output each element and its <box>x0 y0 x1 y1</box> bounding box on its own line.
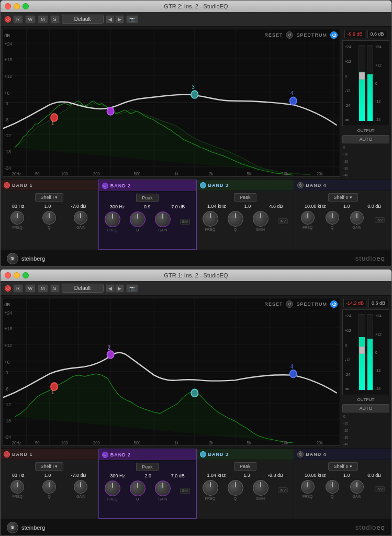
band3-power-2[interactable]: ⏻ <box>200 451 206 457</box>
svg-text:500: 500 <box>133 440 140 445</box>
band-1-2: ⏻ BAND 1 Shelf I ▾ 83 Hz 1.0 <box>1 449 98 519</box>
band1-header-2: ⏻ BAND 1 <box>1 449 98 460</box>
preset-next-2[interactable]: ▶ <box>115 284 124 293</box>
eq-curve-2[interactable]: +24 +18 +12 +6 0 -6 -12 -18 -24 dB <box>3 298 340 445</box>
band2-q-knob-1[interactable] <box>130 211 145 227</box>
band4-gain-knob-1[interactable] <box>350 211 364 225</box>
band4-q-knob-1[interactable] <box>326 211 339 225</box>
maximize-button-1[interactable] <box>23 3 29 9</box>
reset-btn-2[interactable]: RESET <box>264 302 283 307</box>
spectrum-power-2[interactable]: ⏻ <box>330 300 338 308</box>
band2-power-2[interactable]: ⏻ <box>102 452 108 458</box>
svg-text:50: 50 <box>35 440 40 445</box>
preset-next-1[interactable]: ▶ <box>115 15 124 24</box>
toolbar-btn-m2[interactable]: M <box>38 284 48 293</box>
band2-header-2: ⏻ BAND 2 <box>99 449 196 461</box>
band3-type-btn-2[interactable]: Peak <box>234 462 256 471</box>
band2-q-knob-2[interactable] <box>130 481 145 496</box>
toolbar-btn-r[interactable]: R <box>13 15 23 24</box>
eq-display-1[interactable]: RESET ↺ SPECTRUM ⏻ <box>3 29 340 177</box>
band3-inv-btn-2[interactable]: INV <box>278 487 288 493</box>
preset-prev-2[interactable]: ◀ <box>106 284 115 293</box>
auto-btn-1[interactable]: AUTO <box>342 135 389 143</box>
reset-icon-1[interactable]: ↺ <box>286 31 293 39</box>
preset-selector-1[interactable]: Default <box>62 15 104 24</box>
window-title-2: GTR 1: Ins. 2 - StudioEQ <box>5 272 387 278</box>
band3-gain-knob-1[interactable] <box>253 211 268 227</box>
eq-curve-1[interactable]: +24 +18 +12 +6 0 -6 -12 -18 -24 dB <box>3 29 340 176</box>
meter-fader-1[interactable] <box>359 72 365 80</box>
toolbar-camera-1[interactable]: 📷 <box>126 15 138 24</box>
band3-inv-btn-1[interactable]: INV <box>278 218 288 224</box>
band2-gain-knob-1[interactable] <box>155 211 171 227</box>
close-button-1[interactable] <box>5 3 11 9</box>
toolbar-btn-s2[interactable]: S <box>50 284 60 293</box>
band4-power-2[interactable]: ⏻ <box>297 451 304 457</box>
preset-prev-1[interactable]: ◀ <box>106 15 115 24</box>
svg-text:+12: +12 <box>4 342 12 348</box>
band2-freq-knob-2[interactable] <box>105 481 120 496</box>
band1-freq-knob-2[interactable] <box>10 480 24 494</box>
band4-freq-knob-1[interactable] <box>301 211 315 225</box>
reset-btn-1[interactable]: RESET <box>264 32 283 38</box>
plugin-power-1[interactable]: ⏻ <box>5 16 11 23</box>
db-readout-output-1: 0.6 dB <box>367 30 387 38</box>
band2-gain-knob-2[interactable] <box>155 481 171 496</box>
band1-power-1[interactable]: ⏻ <box>4 182 10 188</box>
spectrum-power-1[interactable]: ⏻ <box>330 31 338 39</box>
band4-gain-knob-2[interactable] <box>350 480 364 494</box>
band4-inv-btn-2[interactable]: INV <box>375 486 385 492</box>
preset-selector-2[interactable]: Default <box>62 284 104 293</box>
band1-power-2[interactable]: ⏻ <box>4 451 10 457</box>
minimize-button-1[interactable] <box>14 3 20 9</box>
spectrum-btn-2[interactable]: SPECTRUM <box>296 302 327 307</box>
band1-label-2: BAND 1 <box>12 452 33 457</box>
band1-q-knob-2[interactable] <box>42 480 56 494</box>
plugin-power-2[interactable]: ⏻ <box>5 285 11 292</box>
band1-q-knob-1[interactable] <box>42 211 56 225</box>
band3-q-knob-2[interactable] <box>228 480 243 496</box>
toolbar-camera-2[interactable]: 📷 <box>126 284 138 293</box>
band1-freq-knob-1[interactable] <box>10 211 24 225</box>
reset-icon-2[interactable]: ↺ <box>286 300 293 308</box>
band2-freq-knob-1[interactable] <box>105 211 120 227</box>
toolbar-btn-m[interactable]: M <box>38 15 48 24</box>
auto-btn-2[interactable]: AUTO <box>342 404 389 412</box>
svg-text:-12: -12 <box>4 133 11 138</box>
band3-q-knob-1[interactable] <box>228 211 243 227</box>
band4-power-1[interactable]: ⏻ <box>297 182 304 188</box>
band2-type-btn-1[interactable]: Peak <box>136 194 159 202</box>
band2-type-btn-2[interactable]: Peak <box>136 463 159 471</box>
meter-scale-left-2: +24+120-12-24 dB <box>345 312 356 393</box>
band2-inv-btn-2[interactable]: INV <box>180 488 191 494</box>
band4-q-knob-2[interactable] <box>326 480 339 494</box>
toolbar-btn-w2[interactable]: W <box>25 284 36 293</box>
eq-display-2[interactable]: RESET ↺ SPECTRUM ⏻ <box>3 298 340 446</box>
spectrum-btn-1[interactable]: SPECTRUM <box>296 32 327 38</box>
band4-type-btn-1[interactable]: Shelf II ▾ <box>328 193 358 202</box>
band2-inv-btn-1[interactable]: INV <box>180 219 191 225</box>
svg-point-34 <box>290 97 297 105</box>
maximize-button-2[interactable] <box>23 272 29 278</box>
band4-inv-btn-1[interactable]: INV <box>375 217 385 223</box>
band1-q-val: 1.0 <box>44 204 51 209</box>
band4-type-btn-2[interactable]: Shelf II ▾ <box>328 462 358 471</box>
band1-type-btn-2[interactable]: Shelf I ▾ <box>35 462 64 471</box>
toolbar-btn-s[interactable]: S <box>50 15 60 24</box>
svg-text:500: 500 <box>133 171 140 176</box>
band3-power-1[interactable]: ⏻ <box>200 182 206 188</box>
band1-type-btn-1[interactable]: Shelf I ▾ <box>35 193 64 202</box>
band2-power-1[interactable]: ⏻ <box>102 183 108 189</box>
band1-gain-knob-2[interactable] <box>74 480 87 494</box>
minimize-button-2[interactable] <box>14 272 20 278</box>
band3-gain-knob-2[interactable] <box>253 480 268 496</box>
toolbar-btn-w[interactable]: W <box>25 15 36 24</box>
band4-freq-knob-2[interactable] <box>301 480 315 494</box>
band3-freq-knob-2[interactable] <box>203 480 218 496</box>
toolbar-btn-r2[interactable]: R <box>13 284 23 293</box>
meter-fader-2[interactable] <box>359 347 365 354</box>
band3-type-btn-1[interactable]: Peak <box>234 193 256 202</box>
band3-freq-knob-1[interactable] <box>203 211 218 227</box>
band1-gain-knob-1[interactable] <box>74 211 87 225</box>
close-button-2[interactable] <box>5 272 11 278</box>
